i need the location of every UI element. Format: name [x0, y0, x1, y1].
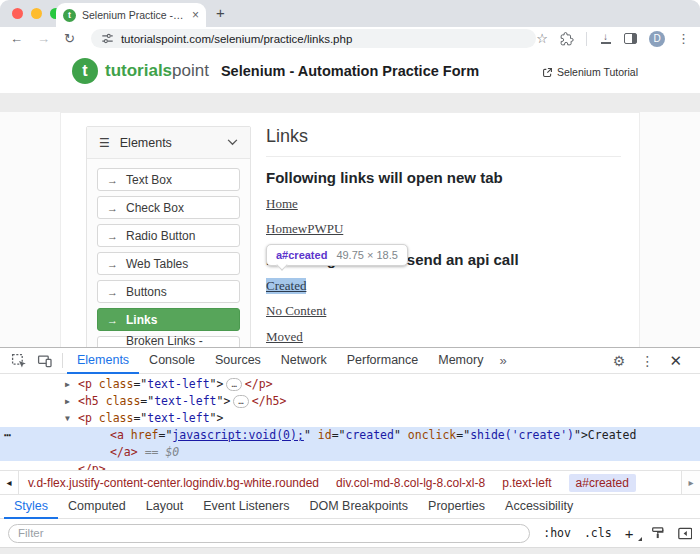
devtools-tab[interactable]: Console [139, 348, 205, 374]
window-bottom-edge [0, 547, 700, 554]
code-line[interactable]: </a> == $0 [0, 444, 700, 461]
styles-tab[interactable]: Computed [58, 494, 136, 519]
chevron-down-icon[interactable] [227, 139, 238, 146]
close-devtools-icon[interactable]: ✕ [669, 352, 682, 370]
breadcrumb-item[interactable]: v.d-flex.justify-content-center.logindiv… [28, 476, 319, 490]
code-token-val: created [345, 428, 393, 442]
styles-tab[interactable]: Layout [136, 494, 194, 519]
code-token-tag: </p> [245, 377, 273, 391]
sidebar-item[interactable]: → Radio Button [97, 224, 240, 247]
devtools-tab[interactable]: Elements [67, 348, 139, 374]
code-token-ellipsis[interactable]: … [233, 395, 248, 408]
breadcrumb-item[interactable]: p.text-left [502, 476, 551, 490]
sidebar-item[interactable]: → Broken Links - Images [97, 336, 240, 347]
brand-light: point [172, 61, 209, 80]
browser-menu-icon[interactable]: ⋮ [677, 32, 690, 45]
code-line[interactable]: ▼<p class="text-left"> [0, 410, 700, 427]
settings-gear-icon[interactable]: ⚙ [613, 353, 626, 369]
more-tabs-icon[interactable]: » [493, 353, 512, 368]
breadcrumb: ◂ v.d-flex.justify-content-center.logind… [0, 470, 700, 494]
code-line[interactable]: </p> [0, 461, 700, 470]
tree-toggle-icon[interactable]: ▼ [65, 410, 70, 427]
code-line[interactable]: ⋯<a href="javascript:void(0);" id="creat… [0, 427, 700, 444]
toolbar-divider [586, 32, 587, 46]
sidebar-item[interactable]: → Text Box [97, 168, 240, 191]
code-line[interactable]: ▶<h5 class="text-left">…</h5> [0, 393, 700, 410]
forward-button[interactable]: → [37, 31, 50, 46]
styles-tab[interactable]: Accessibility [495, 494, 583, 519]
tutorial-link-label: Selenium Tutorial [557, 66, 638, 78]
tree-toggle-icon[interactable]: ▶ [65, 376, 70, 393]
sidebar-item[interactable]: → Check Box [97, 196, 240, 219]
code-line[interactable]: ▶<p class="text-left">…</p> [0, 376, 700, 393]
bookmark-star-icon[interactable]: ☆ [536, 32, 548, 45]
side-panel-icon[interactable] [624, 33, 637, 44]
page-link[interactable]: Moved [266, 329, 303, 345]
code-token-ellipsis[interactable]: … [226, 378, 241, 391]
styles-tab[interactable]: Properties [418, 494, 495, 519]
url-text[interactable]: tutorialspoint.com/selenium/practice/lin… [121, 33, 352, 45]
back-button[interactable]: ← [10, 31, 23, 46]
styles-filter-input[interactable] [8, 524, 530, 543]
page-link[interactable]: Created [266, 278, 306, 294]
device-toolbar-icon[interactable] [32, 348, 58, 374]
code-token-attr: id [311, 428, 332, 442]
code-token-link[interactable]: javascript:void(0); [172, 428, 304, 442]
sidebar-item[interactable]: → Links [97, 308, 240, 331]
code-token-text: Created [588, 428, 636, 442]
extensions-icon[interactable] [560, 32, 574, 46]
page-title: Selenium - Automation Practice Form [221, 63, 479, 79]
crumbs-scroll-left-icon[interactable]: ◂ [0, 471, 19, 494]
download-tray [601, 42, 611, 44]
profile-avatar[interactable]: D [649, 31, 665, 47]
devtools-tab[interactable]: Sources [205, 348, 271, 374]
close-tab-icon[interactable]: × [192, 8, 199, 22]
class-toggle[interactable]: .cls [584, 526, 612, 540]
sidebar-header[interactable]: ☰ Elements [87, 127, 250, 159]
rendering-brush-icon[interactable] [651, 526, 664, 540]
download-arrow: ↓ [603, 33, 608, 41]
styles-tab[interactable]: Event Listeners [193, 494, 299, 519]
section2-wrap: Following links will send an api call a#… [266, 251, 621, 268]
page-link[interactable]: No Content [266, 303, 326, 319]
page-link[interactable]: Home [266, 196, 298, 212]
styles-tab[interactable]: DOM Breakpoints [299, 494, 418, 519]
sidebar-item-label: Links [126, 313, 157, 327]
section1-title: Following links will open new tab [266, 169, 621, 186]
downloads-icon[interactable]: ↓ [599, 33, 612, 44]
sidebar-item[interactable]: → Buttons [97, 280, 240, 303]
links-group1: Home HomewPWPU [266, 196, 621, 238]
links-group2: Created No Content Moved Bad Request Una… [266, 278, 621, 348]
toggle-sidebar-icon[interactable] [678, 527, 692, 540]
devtools-tab[interactable]: Memory [428, 348, 493, 374]
new-style-rule-button[interactable]: + [625, 525, 638, 542]
devtools-menu-icon[interactable]: ⋮ [640, 353, 654, 369]
code-token-punct: =" [140, 394, 154, 408]
devtools-tab[interactable]: Performance [337, 348, 429, 374]
close-window-button[interactable] [12, 8, 23, 19]
styles-tab[interactable]: Styles [4, 494, 58, 519]
breadcrumb-item[interactable]: div.col-md-8.col-lg-8.col-xl-8 [336, 476, 485, 490]
devtools-tab[interactable]: Network [271, 348, 337, 374]
brand-text: tutorialspoint [105, 61, 209, 81]
page-link[interactable]: HomewPWPU [266, 221, 343, 237]
code-token-punct: =" [133, 411, 147, 425]
code-token-attr: class [99, 394, 141, 408]
breadcrumb-item[interactable]: a#created [569, 474, 636, 492]
site-settings-icon[interactable] [101, 32, 114, 45]
sidebar-item[interactable]: → Web Tables [97, 252, 240, 275]
crumbs-scroll-right-icon[interactable]: ▸ [681, 471, 700, 494]
hamburger-icon[interactable]: ☰ [99, 136, 110, 150]
tree-toggle-icon[interactable]: ▶ [65, 393, 70, 410]
new-tab-button[interactable]: + [216, 4, 225, 21]
more-actions-icon[interactable]: ⋯ [4, 427, 12, 444]
browser-tab[interactable]: t Selenium Practice - Links × [56, 3, 206, 27]
site-logo[interactable]: t tutorialspoint [72, 58, 209, 84]
address-bar[interactable]: tutorialspoint.com/selenium/practice/lin… [91, 29, 536, 48]
code-token-attr: class [92, 411, 134, 425]
inspect-element-icon[interactable] [6, 348, 32, 374]
reload-button[interactable]: ↻ [64, 31, 75, 46]
selenium-tutorial-link[interactable]: Selenium Tutorial [542, 66, 638, 78]
minimize-window-button[interactable] [31, 8, 42, 19]
pseudo-state-toggle[interactable]: :hov [543, 526, 571, 540]
